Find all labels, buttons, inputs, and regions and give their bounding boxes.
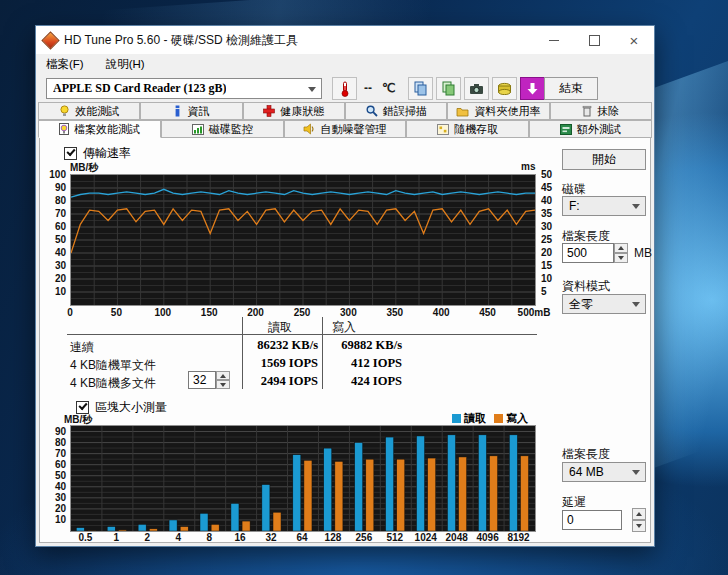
camera-icon [469, 83, 484, 95]
copy-file-button[interactable] [436, 77, 461, 100]
axis-tick: 512 [386, 532, 403, 543]
axis-tick: 50 [541, 169, 552, 180]
disk-monitor-icon [192, 124, 204, 135]
window-controls: × [534, 26, 654, 54]
thermometer-icon [339, 81, 351, 97]
axis-tick: 2048 [446, 532, 468, 543]
spin-down-button[interactable] [614, 253, 628, 263]
tab-disk-monitor[interactable]: 磁碟監控 [161, 120, 284, 138]
table-rule [67, 334, 537, 335]
row-label-4k-single: 4 KB隨機單文件 [70, 357, 156, 374]
axis-tick: 8192 [507, 532, 529, 543]
sequential-write-value: 69882 KB/s [326, 338, 402, 353]
disk-select[interactable]: F: [562, 196, 646, 216]
tab-random-access[interactable]: 隨機存取 [406, 120, 529, 138]
legend-read-label: 讀取 [464, 411, 486, 426]
axis-tick: 50 [55, 234, 66, 245]
tab-label: 錯誤掃描 [383, 104, 427, 119]
start-button[interactable]: 開始 [562, 149, 646, 170]
axis-tick: 64 [296, 532, 307, 543]
spin-up-button[interactable] [632, 508, 646, 520]
copy-button[interactable] [408, 77, 433, 100]
tab-folder-usage[interactable]: 資料夾使用率 [447, 102, 549, 120]
tab-error-scan[interactable]: 錯誤掃描 [345, 102, 447, 120]
maximize-button[interactable] [574, 26, 614, 54]
extra-tests-icon [560, 124, 572, 135]
tab-label: 額外測試 [577, 122, 621, 137]
temperature-button[interactable] [332, 77, 357, 100]
benchmark-icon [59, 105, 70, 117]
file-length-value: 500 [567, 246, 587, 260]
delay-value: 0 [567, 513, 574, 527]
axis-tick: 1 [114, 532, 120, 543]
file-benchmark-icon [59, 123, 69, 135]
tab-label: 自動噪聲管理 [320, 122, 386, 137]
delay-label: 延遲 [562, 494, 586, 511]
chart1-ylabel-right: ms [521, 161, 535, 172]
minimize-icon [549, 40, 559, 41]
tab-health[interactable]: 健康狀態 [243, 102, 345, 120]
sequential-read-value: 86232 KB/s [200, 338, 318, 353]
read-swatch-icon [452, 414, 461, 423]
spin-up-button[interactable] [614, 243, 628, 253]
tab-acoustic-management[interactable]: 自動噪聲管理 [284, 120, 407, 138]
tab-info[interactable]: 資訊 [140, 102, 242, 120]
chart1-y-axis-right: 5101520253035404550 [539, 174, 563, 304]
axis-tick: 20 [541, 247, 552, 258]
chart1-ylabel: MB/秒 [70, 161, 98, 175]
checkbox-checked-icon [64, 147, 77, 160]
tab-label: 資料夾使用率 [474, 104, 540, 119]
axis-tick: 4096 [476, 532, 498, 543]
axis-tick: 256 [356, 532, 373, 543]
file-length-input[interactable]: 500 [562, 243, 614, 263]
hdtune-window: HD Tune Pro 5.60 - 硬碟/SSD 檢測維護工具 × 檔案(F)… [35, 25, 655, 547]
tab-file-benchmark[interactable]: 檔案效能測試 [38, 120, 161, 138]
desktop: { "titlebar": { "title": "HD Tune Pro 5.… [0, 0, 728, 575]
axis-tick: 30 [55, 260, 66, 271]
end-button[interactable]: 結束 [544, 77, 598, 100]
download-button[interactable] [520, 77, 545, 100]
menu-file[interactable]: 檔案(F) [46, 57, 84, 72]
save-button[interactable] [492, 77, 517, 100]
arrow-up-icon [618, 246, 624, 250]
spin-down-button[interactable] [632, 520, 646, 532]
drive-selector[interactable]: APPLE SD Card Reader (123 gB) [46, 78, 322, 99]
tab-benchmark[interactable]: 效能測試 [38, 102, 140, 120]
data-mode-select[interactable]: 全零 [562, 294, 646, 314]
4k-multi-read-value: 2494 IOPS [200, 374, 318, 389]
chart2-x-axis: 0.512481632641282565121024204840968192 [70, 532, 534, 544]
transfer-rate-checkbox[interactable]: 傳輸速率 [64, 145, 131, 162]
delay-spinner[interactable] [632, 508, 646, 532]
block-size-chart [70, 425, 536, 532]
delay-input[interactable]: 0 [562, 510, 622, 530]
axis-tick: 1024 [415, 532, 437, 543]
axis-tick: 10 [541, 273, 552, 284]
axis-tick: 100 [154, 307, 171, 318]
acoustic-icon [303, 123, 315, 135]
chart2-y-axis: 102030405060708090 [42, 425, 68, 530]
menu-help[interactable]: 說明(H) [106, 57, 145, 72]
file-benchmark-page: 傳輸速率 MB/秒 ms 102030405060708090100 51015… [39, 137, 651, 543]
close-button[interactable]: × [614, 26, 654, 54]
axis-tick: 70 [55, 448, 66, 459]
toolbar: APPLE SD Card Reader (123 gB) -- ℃ [36, 76, 654, 102]
axis-tick: 400 [433, 307, 450, 318]
block-file-length-value: 64 MB [569, 465, 604, 479]
screenshot-button[interactable] [464, 77, 489, 100]
minimize-button[interactable] [534, 26, 574, 54]
maximize-icon [589, 35, 600, 46]
tab-erase[interactable]: 抹除 [550, 102, 652, 120]
file-length-spinner[interactable] [614, 243, 628, 263]
info-icon [173, 105, 182, 117]
chevron-down-icon [632, 204, 640, 209]
axis-tick: 20 [55, 503, 66, 514]
tab-label: 資訊 [187, 104, 209, 119]
axis-tick: 500mB [518, 307, 551, 318]
axis-tick: 60 [55, 221, 66, 232]
axis-tick: 8 [206, 532, 212, 543]
temperature-value: -- [364, 81, 372, 95]
random-access-icon [437, 124, 449, 135]
row-label-4k-multi: 4 KB隨機多文件 [70, 375, 156, 392]
tab-extra-tests[interactable]: 額外測試 [529, 120, 652, 138]
block-file-length-select[interactable]: 64 MB [562, 462, 646, 482]
